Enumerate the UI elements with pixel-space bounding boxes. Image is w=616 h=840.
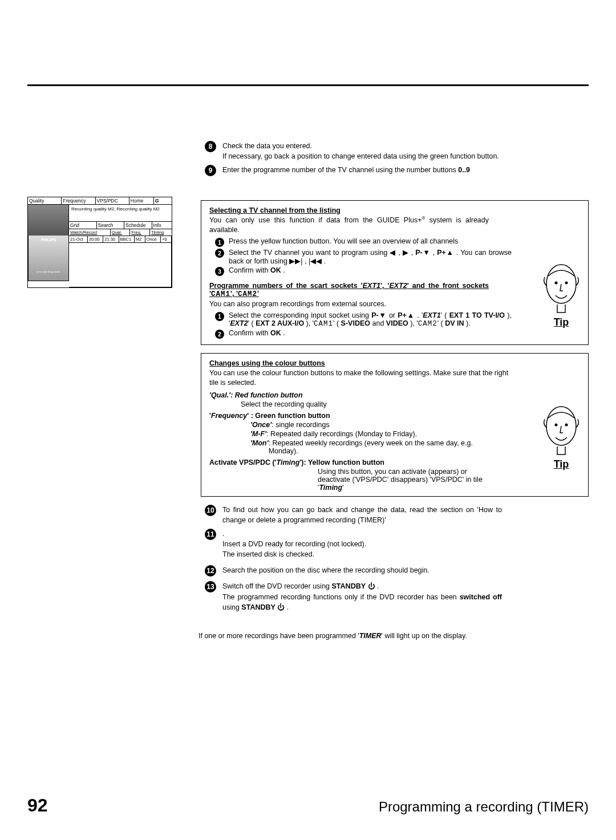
mon-body: : Repeated weekly recordings (every week… <box>269 439 496 455</box>
step-9: 9 Enter the programme number of the TV c… <box>198 165 589 176</box>
step-9-line1: Enter the programme number of the TV cha… <box>222 166 456 174</box>
cell-timing: Timing <box>150 229 172 236</box>
svg-point-4 <box>555 423 558 426</box>
tab-vpspdc: VPS/PDC <box>96 197 129 204</box>
tip1b-n1: 1 <box>215 312 224 321</box>
cell-q: M2 <box>135 236 145 242</box>
s13-c: . <box>375 582 379 590</box>
mf-body: : Repeated daily recordings (Monday to F… <box>266 430 417 438</box>
power-icon: ⏻ <box>368 582 375 590</box>
tip1-sub5a: Confirm with <box>229 329 270 337</box>
step-8-line2: If necessary, go back a position to chan… <box>222 152 499 160</box>
step-number-11: 11 <box>205 529 216 540</box>
p-minus: P-▼ <box>415 249 430 257</box>
page-footer: 92 Programming a recording (TIMER) <box>27 795 589 816</box>
tip2-intro: You can use the colour function buttons … <box>209 368 512 388</box>
tip1-sub3c: . <box>281 266 285 274</box>
step-number-10: 10 <box>205 505 216 516</box>
step-number-12: 12 <box>205 565 216 577</box>
vps-head: Activate VPS/PDC ('Timing'): Yellow func… <box>209 458 581 466</box>
p-plus-2: P+▲ <box>398 311 415 319</box>
step-8-line1: Check the data you entered. <box>222 142 312 150</box>
cell-grid: Grid <box>69 222 97 229</box>
svg-point-5 <box>565 423 568 426</box>
tip1b-n2: 2 <box>215 330 224 339</box>
tip1-sub3a: Confirm with <box>229 266 270 274</box>
tip-illustration-1: Tip <box>541 260 581 328</box>
qual-head: 'Qual.': Red function button <box>209 391 581 399</box>
tip1-intro-a: You can only use this function if data f… <box>209 216 422 224</box>
cell-t1: 20:00 <box>88 236 103 242</box>
tip1-sub3b: OK <box>270 266 281 274</box>
mon-label: 'Mon' <box>250 439 269 455</box>
step-11: 11 . Insert a DVD ready for recording (n… <box>198 529 589 559</box>
logo-icon: G <box>154 197 172 204</box>
s13-f: using <box>222 603 241 611</box>
cell-once: Once <box>145 236 161 242</box>
freq-head: 'Frequency' : Green function button <box>209 412 581 420</box>
cell-date: 21-Oct <box>69 236 88 242</box>
p-plus: P+▲ <box>437 249 453 257</box>
forward-icon: ▶▶| <box>289 257 302 265</box>
step-12: 12 Search the position on the disc where… <box>198 565 589 577</box>
guide-screenshot: Quality Frequency VPS/PDC Home G Recordi… <box>27 192 198 616</box>
s13-g: STANDBY <box>241 603 275 611</box>
tip1-sub5c: . <box>281 329 285 337</box>
mf-label: 'M-F' <box>250 430 266 438</box>
s13-h: . <box>285 603 289 611</box>
empty-area <box>69 243 172 287</box>
cell-freq: Freq. <box>130 229 150 236</box>
step-13: 13 Switch off the DVD recorder using STA… <box>198 581 589 612</box>
cell-ch: BBC1 <box>119 236 135 242</box>
page-number: 92 <box>27 795 48 816</box>
left-arrow-icon: ◀ <box>390 249 396 257</box>
once-body: : single recordings <box>271 421 329 429</box>
right-arrow-icon: ▶ <box>403 249 409 257</box>
tip1-sub2a: Select the TV channel you want to progra… <box>229 249 390 257</box>
p-minus-2: P-▼ <box>371 311 386 319</box>
svg-point-1 <box>555 281 558 284</box>
tip1-n1: 1 <box>215 238 224 247</box>
svg-point-2 <box>565 281 568 284</box>
power-icon-2: ⏻ <box>277 603 285 611</box>
cell-schedule: Schedule <box>124 222 152 229</box>
final-note: If one or more recordings have been prog… <box>198 632 589 640</box>
step-11-dot: . <box>222 530 224 538</box>
tip-box-2: Tip Changes using the colour buttons You… <box>201 353 589 497</box>
step-10: 10 To find out how you can go back and c… <box>198 505 589 525</box>
step-number-13: 13 <box>205 581 216 593</box>
tip1-intro2: You can also program recordings from ext… <box>209 299 581 309</box>
step-9-buttons: 0..9 <box>458 166 470 174</box>
step-8: 8 Check the data you entered. If necessa… <box>198 141 589 161</box>
s13-d: The programmed recording functions only … <box>222 593 460 601</box>
step-11-line2: The inserted disk is checked. <box>222 550 314 558</box>
tip-illustration-2: Tip <box>541 402 581 470</box>
tab-frequency: Frequency <box>62 197 95 204</box>
tip1-heading2: Programme numbers of the scart sockets '… <box>209 282 489 298</box>
tip2-heading: Changes using the colour buttons <box>209 359 581 367</box>
s13-e: switched off <box>460 593 502 601</box>
top-divider <box>27 84 589 86</box>
tip-label-2: Tip <box>541 458 581 470</box>
s13-a: Switch off the DVD recorder using <box>222 582 332 590</box>
tip1-n2: 2 <box>215 249 224 258</box>
vps-body: Using this button, you can activate (app… <box>318 468 495 492</box>
s13-b: STANDBY <box>332 582 366 590</box>
device-illustration: PHILIPS Let's make things better <box>28 236 69 281</box>
cell-qual: Qual. <box>111 229 131 236</box>
cell-watchrecord: Watch/Record <box>69 229 111 236</box>
tab-quality: Quality <box>28 197 62 204</box>
step-number-9: 9 <box>205 165 216 176</box>
tip1-n3: 3 <box>215 267 224 276</box>
cell-info: Info <box>152 222 172 229</box>
tip-box-1: Tip Selecting a TV channel from the list… <box>201 200 589 345</box>
rewind-icon: |◀◀ <box>309 257 322 265</box>
tab-home: Home <box>129 197 154 204</box>
thumbnail-image <box>28 205 69 236</box>
chapter-title: Programming a recording (TIMER) <box>379 799 589 815</box>
tagline: Let's make things better <box>29 270 68 273</box>
tip1-sub4a: Select the corresponding input socket us… <box>229 311 371 319</box>
page-content: 8 Check the data you entered. If necessa… <box>27 141 589 640</box>
brand-label: PHILIPS <box>29 238 68 242</box>
cell-plus: +0 <box>161 236 171 242</box>
